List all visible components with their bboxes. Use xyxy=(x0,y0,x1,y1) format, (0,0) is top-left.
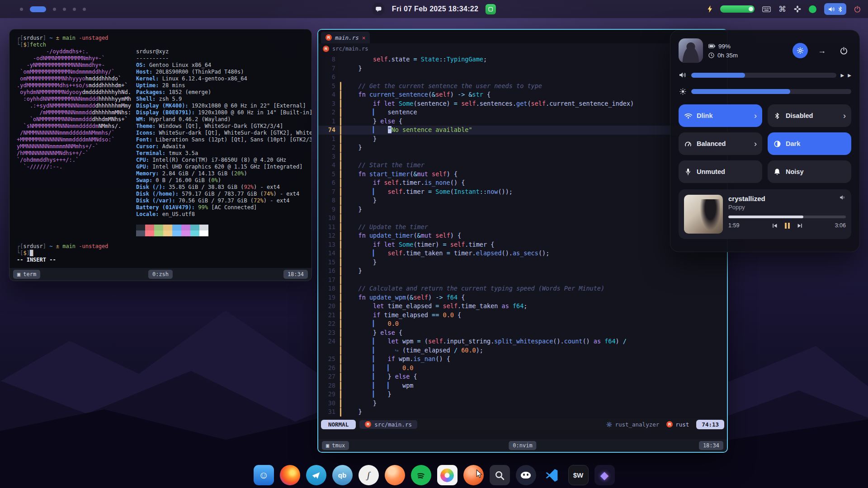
ascii-art-line: `omMMMMMMMMMMMMNmdmmmmddhhy/` xyxy=(17,69,136,75)
gitsign-column xyxy=(339,73,344,82)
dock-icon-spotify[interactable] xyxy=(411,465,431,485)
line-number: 27 xyxy=(318,372,339,381)
line-number: 29 xyxy=(318,390,339,399)
code-line: 2 ▎ sentence xyxy=(318,108,727,117)
dock-icon-peach[interactable] xyxy=(385,465,405,485)
mic-icon xyxy=(684,168,692,175)
code-area[interactable]: 8 self.state = State::TypingGame;7 }65 /… xyxy=(318,54,727,418)
logout-button[interactable]: → xyxy=(814,43,830,58)
line-number: 15 xyxy=(318,258,339,267)
green-tray-icon[interactable] xyxy=(486,4,496,14)
line-number: 7 xyxy=(318,64,339,73)
previous-track-button[interactable] xyxy=(772,223,778,228)
dock-icon-wallet[interactable]: $W xyxy=(568,465,589,485)
toggle-disabled[interactable]: Disabled› xyxy=(768,104,851,127)
toggle-dark[interactable]: Dark xyxy=(768,132,851,155)
code-text xyxy=(344,214,727,223)
photos-flower-icon xyxy=(440,469,454,482)
chevron-right-icon[interactable]: › xyxy=(754,111,757,121)
workspace-dot[interactable] xyxy=(83,8,86,11)
code-text: fn update_wpm(&self) -> f64 { xyxy=(344,293,727,302)
pause-button[interactable] xyxy=(785,223,790,229)
toggle-dlink[interactable]: Dlink› xyxy=(679,104,762,127)
dock-icon-search[interactable] xyxy=(490,465,510,485)
rust-icon: R xyxy=(365,421,371,427)
tmux-clock-pill: 18:34 xyxy=(699,441,723,450)
dock-icon-notes[interactable]: ʃ xyxy=(359,465,379,485)
code-text: if self.timer.is_none() { xyxy=(344,178,727,188)
gitsign-column xyxy=(339,55,344,64)
settings-button[interactable] xyxy=(793,43,808,58)
ascii-art-line: oyhdmNMMMMMMMNdyooydmddddhhhhyhNd. xyxy=(17,89,136,96)
speaker-icon xyxy=(679,72,687,78)
tab-main-rs[interactable]: R main.rs × xyxy=(321,32,370,43)
dock-icon-photos[interactable] xyxy=(437,465,458,485)
volume-slider[interactable] xyxy=(691,73,836,78)
dock-icon-discord[interactable] xyxy=(516,465,536,485)
system-info-line: Packages: 1852 (emerge) xyxy=(136,89,311,96)
ascii-art-line: `oNMMMMMMMNNNmmmddddhhdmMNhs+` xyxy=(17,116,136,123)
code-line: 14 ▎ self.time_taken = timer.elapsed().a… xyxy=(318,249,727,258)
clock[interactable]: Fri 07 Feb 2025 18:34:22 xyxy=(392,5,478,13)
code-line: 10 xyxy=(318,214,727,223)
power-button[interactable] xyxy=(836,43,851,58)
media-progress-bar[interactable] xyxy=(728,216,846,218)
toggle-label: Dark xyxy=(786,140,800,147)
tmux-window-pill[interactable]: 0:nvim xyxy=(509,441,536,450)
gitsign-column xyxy=(339,231,344,240)
palette-swatch xyxy=(172,230,181,236)
tmux-icon: ▣ xyxy=(326,442,329,449)
code-line: 2 } xyxy=(318,143,727,152)
code-text: } xyxy=(344,143,727,152)
chevron-right-icon[interactable]: › xyxy=(754,139,757,149)
code-text: } else { xyxy=(344,117,727,126)
gitsign-column xyxy=(339,258,344,267)
toggle-balanced[interactable]: Balanced› xyxy=(679,132,762,155)
dock-icon-qbittorrent[interactable]: qb xyxy=(332,465,353,485)
battery-indicator[interactable] xyxy=(720,5,755,13)
tmux-window-pill[interactable]: 0:zsh xyxy=(148,270,173,279)
palette-swatch xyxy=(163,230,172,236)
editor-statusline: NORMAL R src/main.rs rust_analyzer R rus… xyxy=(318,418,727,430)
ascii-art-line: -yNMMMMMMMMMMMNNNmmdhy+- xyxy=(17,62,136,69)
dock-icon-vscode[interactable] xyxy=(542,465,562,485)
toggle-noisy[interactable]: Noisy xyxy=(768,160,851,183)
notifications-icon[interactable] xyxy=(372,3,385,15)
toggle-unmuted[interactable]: Unmuted xyxy=(679,160,762,183)
media-output-icon[interactable] xyxy=(840,195,846,200)
gitsign-column xyxy=(339,328,344,338)
line-number: 31 xyxy=(318,408,339,417)
command-key-icon[interactable]: ⌘ xyxy=(778,5,786,14)
fan-icon[interactable] xyxy=(794,5,801,13)
keyboard-icon[interactable] xyxy=(762,6,771,12)
audio-device-pill[interactable] xyxy=(824,3,846,15)
terminal-content[interactable]: ┌[srdusr] ~ ± main -unstaged└[$]fetch -/… xyxy=(9,29,311,268)
dock-icon-telegram[interactable] xyxy=(306,465,326,485)
workspace-dot[interactable] xyxy=(73,8,76,11)
line-number: 14 xyxy=(318,249,339,258)
next-track-button[interactable] xyxy=(797,223,803,228)
workspace-dot[interactable] xyxy=(63,8,66,11)
dock-icon-finder[interactable]: ☺ xyxy=(254,465,274,485)
chevron-right-icon[interactable]: › xyxy=(843,111,846,121)
workspace-dot[interactable] xyxy=(20,8,23,11)
ascii-art-line: /hMMNNNNNNNNMNdhs++/-` xyxy=(17,150,136,157)
workspace-active[interactable] xyxy=(30,6,46,12)
dock-icon-obsidian[interactable]: ◆ xyxy=(594,465,615,485)
command-line[interactable] xyxy=(318,430,727,439)
gitsign-column xyxy=(339,302,344,311)
tab-close-icon[interactable]: × xyxy=(362,34,366,41)
palette-swatch xyxy=(190,225,199,230)
volume-output-icons[interactable]: ▶ ▶ xyxy=(841,73,851,78)
brightness-slider[interactable] xyxy=(691,89,851,94)
avatar xyxy=(679,38,703,63)
ascii-art-line: yMMNNNNNNNmmmmmNNMmhs+/-` xyxy=(17,143,136,150)
dock-icon-firefox[interactable] xyxy=(280,465,300,485)
discord-face-icon xyxy=(521,472,531,479)
power-icon[interactable] xyxy=(854,6,861,13)
tmux-clock: 18:34 xyxy=(288,271,304,278)
spotify-tray-icon[interactable] xyxy=(809,5,816,13)
toggle-label: Unmuted xyxy=(697,168,725,175)
code-line: 8 } xyxy=(318,196,727,205)
workspace-dot[interactable] xyxy=(53,8,56,11)
